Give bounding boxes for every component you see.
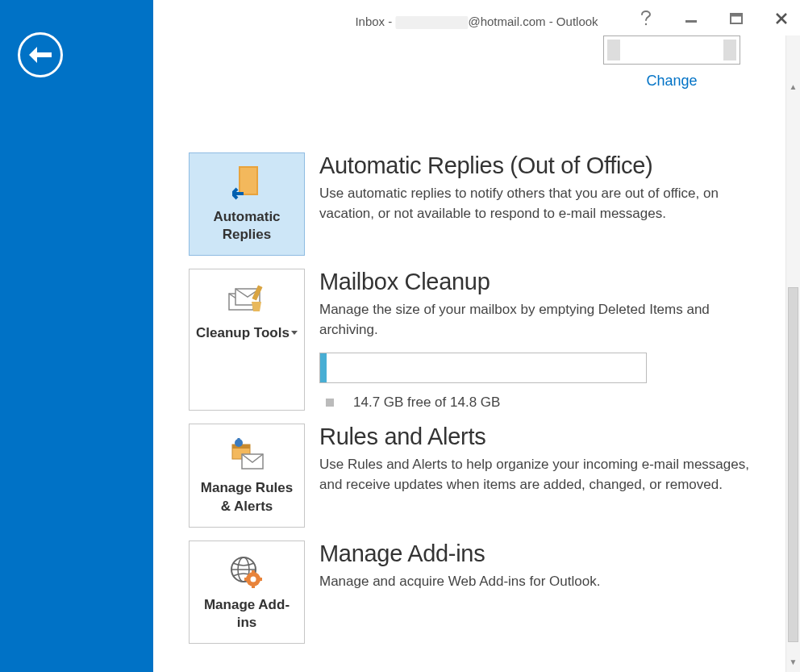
- section-desc: Use automatic replies to notify others t…: [319, 184, 761, 223]
- minimize-icon: [685, 12, 698, 25]
- title-prefix: Inbox -: [355, 15, 395, 28]
- close-icon: [775, 12, 788, 25]
- rules-icon: [196, 436, 298, 474]
- desc-auto-replies: Automatic Replies (Out of Office) Use au…: [319, 152, 761, 256]
- spacer: [189, 80, 761, 152]
- section-title: Automatic Replies (Out of Office): [319, 152, 761, 179]
- storage-used-fill: [320, 353, 327, 382]
- content-wrap: Change Automatic Replies: [153, 35, 800, 672]
- storage-text: 14.7 GB free of 14.8 GB: [353, 394, 500, 411]
- section-title: Mailbox Cleanup: [319, 269, 761, 295]
- section-desc: Manage and acquire Web Add-ins for Outlo…: [319, 572, 761, 592]
- maximize-icon: [730, 13, 743, 24]
- background-thumbnail: [603, 35, 740, 65]
- tile-manage-rules[interactable]: Manage Rules & Alerts: [189, 424, 305, 527]
- svg-rect-24: [259, 578, 262, 581]
- storage-marker-icon: [326, 399, 334, 407]
- cleanup-icon: [196, 281, 298, 319]
- row-rules: Manage Rules & Alerts Rules and Alerts U…: [189, 424, 761, 527]
- section-desc: Manage the size of your mailbox by empty…: [319, 300, 761, 340]
- scroll-down-button[interactable]: ▼: [786, 654, 800, 669]
- svg-rect-21: [252, 570, 255, 574]
- window-title: Inbox - @hotmail.com - Outlook: [355, 15, 598, 29]
- scroll-up-button[interactable]: ▲: [786, 79, 800, 94]
- app-root: Inbox - @hotmail.com - Outlook: [0, 0, 800, 672]
- scroll-thumb[interactable]: [788, 287, 798, 642]
- tile-label: Manage Rules & Alerts: [196, 479, 298, 515]
- window-controls: [635, 8, 792, 29]
- section-title: Manage Add-ins: [319, 541, 761, 567]
- svg-rect-1: [685, 20, 697, 23]
- back-button[interactable]: [18, 32, 63, 77]
- tile-label-text: Cleanup Tools: [196, 325, 290, 340]
- change-link[interactable]: Change: [603, 73, 740, 90]
- auto-replies-icon: [196, 165, 298, 203]
- tile-manage-addins[interactable]: Manage Add-ins: [189, 541, 305, 644]
- tile-label: Cleanup Tools: [196, 324, 298, 342]
- tile-label: Automatic Replies: [196, 208, 298, 244]
- maximize-button[interactable]: [726, 8, 747, 29]
- content: Change Automatic Replies: [153, 35, 785, 672]
- row-cleanup: Cleanup Tools Mailbox Cleanup Manage the…: [189, 269, 761, 411]
- main-panel: Inbox - @hotmail.com - Outlook: [153, 0, 800, 672]
- desc-rules: Rules and Alerts Use Rules and Alerts to…: [319, 424, 761, 527]
- desc-cleanup: Mailbox Cleanup Manage the size of your …: [319, 269, 761, 411]
- storage-text-line: 14.7 GB free of 14.8 GB: [319, 394, 761, 411]
- title-suffix: @hotmail.com - Outlook: [468, 15, 598, 28]
- chevron-down-icon: [291, 331, 298, 335]
- svg-rect-22: [252, 585, 255, 588]
- back-arrow-icon: [29, 47, 52, 63]
- close-button[interactable]: [771, 8, 792, 29]
- tile-cleanup-tools[interactable]: Cleanup Tools: [189, 269, 305, 411]
- desc-addins: Manage Add-ins Manage and acquire Web Ad…: [319, 541, 761, 644]
- help-button[interactable]: [635, 8, 656, 29]
- section-desc: Use Rules and Alerts to help organize yo…: [319, 455, 761, 495]
- svg-rect-23: [244, 578, 248, 581]
- help-icon: [640, 10, 652, 27]
- change-background-panel: Change: [603, 35, 740, 90]
- mailbox-storage-bar: [319, 353, 647, 383]
- tile-automatic-replies[interactable]: Automatic Replies: [189, 152, 305, 256]
- minimize-button[interactable]: [681, 8, 702, 29]
- email-redacted: [395, 16, 468, 29]
- tile-label: Manage Add-ins: [196, 596, 298, 632]
- svg-point-0: [645, 23, 647, 25]
- svg-rect-7: [240, 168, 256, 194]
- row-addins: Manage Add-ins Manage Add-ins Manage and…: [189, 541, 761, 644]
- addins-icon: [196, 553, 298, 591]
- svg-point-20: [251, 576, 256, 582]
- title-bar: Inbox - @hotmail.com - Outlook: [153, 0, 800, 35]
- row-auto-replies: Automatic Replies Automatic Replies (Out…: [189, 152, 761, 256]
- svg-rect-14: [238, 438, 240, 441]
- scrollbar[interactable]: ▲ ▼: [785, 35, 800, 672]
- backstage-sidebar: [0, 0, 153, 672]
- section-title: Rules and Alerts: [319, 424, 761, 450]
